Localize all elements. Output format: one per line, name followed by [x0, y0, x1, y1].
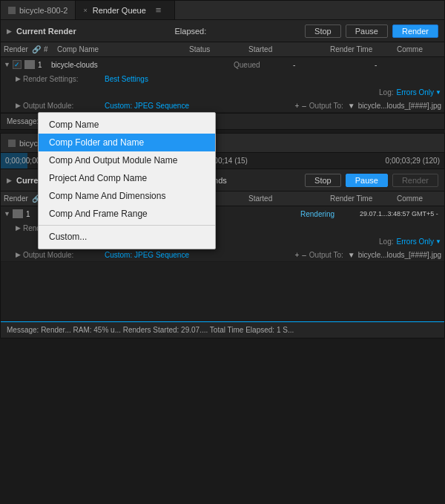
dropdown-item-compdimensions[interactable]: Comp Name And Dimensions — [39, 187, 215, 205]
current-render-label: Current Render — [16, 27, 76, 36]
output-to-value-2[interactable]: bicycle...louds_[####].jpg — [358, 251, 441, 259]
render-settings-label: Render Settings: — [23, 75, 105, 83]
queue-started-1: - — [293, 61, 375, 69]
dropdown-item-custom[interactable]: Custom... — [39, 228, 215, 246]
output-module-label-2: Output Module: — [23, 251, 105, 259]
checkbox-1[interactable]: ✓ — [13, 60, 22, 69]
pause-button-2[interactable]: Pause — [346, 174, 388, 187]
queue-main-row-1: ▼ ✓ 1 bicycle-clouds Queued - - — [1, 57, 444, 72]
queue-num-1: 1 — [38, 61, 51, 69]
empty-area-2 — [1, 262, 444, 321]
render-settings-triangle[interactable]: ▶ — [16, 75, 21, 82]
column-headers-1: Render 🔗 # Comp Name Status Started Rend… — [1, 42, 444, 57]
output-minus: – — [302, 102, 306, 110]
dropdown-item-projectcomp[interactable]: Project And Comp Name — [39, 169, 215, 187]
col-render-header: Render — [4, 45, 32, 53]
col-clip-header: 🔗 — [32, 45, 44, 53]
stop-button-2[interactable]: Stop — [305, 174, 341, 187]
queue-item-1: ▼ ✓ 1 bicycle-clouds Queued - - ▶ Render… — [1, 57, 444, 113]
col-started-header: Started — [248, 45, 330, 53]
comp-name-dropdown: Comp Name Comp Folder and Name Comp And … — [38, 112, 216, 249]
render-button-2[interactable]: Render — [392, 174, 438, 187]
log-value[interactable]: Errors Only — [397, 88, 435, 96]
dropdown-item-compfolder[interactable]: Comp Folder and Name — [39, 134, 215, 151]
dropdown-item-compframe[interactable]: Comp And Frame Range — [39, 205, 215, 223]
progress-time-right: 0;00;03;29 (120) — [386, 157, 440, 165]
bicycle-tab-icon — [8, 7, 16, 14]
log-label-2: Log: — [379, 238, 393, 246]
panel-1: bicycle-800-2 × Render Queue ≡ ▶ Current… — [0, 0, 445, 130]
current-render-triangle-2: ▶ — [7, 177, 12, 184]
output-module-value-2[interactable]: Custom: JPEG Sequence — [105, 251, 189, 259]
queue-compname-1: bicycle-clouds — [51, 61, 234, 69]
col-render-header-2: Render — [4, 194, 32, 203]
tab-bicycle-label: bicycle-800-2 — [19, 6, 67, 15]
output-to-label: Output To: — [309, 102, 343, 110]
output-plus: + — [294, 102, 299, 110]
output-module-row-1: ▶ Output Module: Custom: JPEG Sequence +… — [1, 99, 444, 112]
dropdown-separator — [39, 225, 215, 226]
message-label: Message: — [7, 117, 39, 125]
queue-expand-icon-2[interactable]: ▼ — [4, 210, 10, 217]
tab-renderqueue-1[interactable]: × Render Queue ≡ — [76, 1, 175, 19]
stop-button[interactable]: Stop — [305, 24, 341, 38]
col-comment-header: Comme — [397, 45, 441, 53]
output-to-triangle: ▼ — [348, 102, 355, 110]
render-button[interactable]: Render — [392, 24, 438, 38]
col-compname-header: Comp Name — [57, 45, 189, 53]
tab-menu-icon[interactable]: ≡ — [150, 4, 168, 16]
queue-comp-icon-2 — [13, 209, 23, 218]
message-bar-2: Message: Render... RAM: 45% u... Renders… — [1, 321, 444, 338]
output-to-triangle-2: ▼ — [348, 251, 355, 259]
output-minus-2: – — [302, 251, 306, 259]
current-render-triangle: ▶ — [7, 27, 12, 35]
log-dropdown-arrow-2[interactable]: ▼ — [435, 238, 441, 245]
output-plus-2: + — [294, 251, 299, 259]
toolbar-1: ▶ Current Render Elapsed: Stop Pause Ren… — [1, 20, 444, 42]
log-dropdown-arrow[interactable]: ▼ — [435, 89, 441, 96]
output-module-value[interactable]: Custom: JPEG Sequence — [105, 102, 189, 110]
col-comment-header-2: Comme — [397, 194, 441, 203]
dropdown-item-compoutput[interactable]: Comp And Output Module Name — [39, 151, 215, 169]
render-settings-triangle-2[interactable]: ▶ — [16, 224, 21, 232]
pause-button[interactable]: Pause — [346, 24, 388, 38]
log-value-2[interactable]: Errors Only — [397, 238, 435, 246]
output-to-label-2: Output To: — [309, 251, 343, 259]
bicycle-tab-icon-2 — [8, 140, 16, 147]
col-status-header: Status — [189, 45, 248, 53]
render-settings-row-1: ▶ Render Settings: Best Settings — [1, 72, 444, 85]
tab-close-icon[interactable]: × — [83, 7, 87, 14]
output-module-label: Output Module: — [23, 102, 105, 110]
output-module-triangle[interactable]: ▶ — [16, 102, 21, 109]
queue-status-1: Queued — [234, 61, 293, 69]
queue-comp-icon — [24, 60, 35, 69]
queue-started-2: 29.07.1...3:48:57 GMT+5 - — [360, 210, 441, 217]
message-bar-text-2: Message: Render... RAM: 45% u... Renders… — [7, 326, 294, 334]
col-started-header-2: Started — [248, 194, 330, 203]
render-settings-value[interactable]: Best Settings — [105, 75, 148, 83]
log-label: Log: — [379, 88, 393, 96]
tab-bicycle-1[interactable]: bicycle-800-2 — [1, 1, 76, 19]
dropdown-item-compname[interactable]: Comp Name — [39, 116, 215, 134]
output-to-value[interactable]: bicycle...louds_[####].jpg — [358, 102, 441, 110]
queue-check-1[interactable]: ✓ — [13, 60, 24, 69]
tab-renderqueue-label: Render Queue — [93, 6, 146, 15]
col-num-header: # — [44, 45, 57, 53]
queue-expand-icon[interactable]: ▼ — [4, 61, 10, 68]
col-rendertime-header: Render Time — [330, 45, 397, 53]
output-module-row-2: ▶ Output Module: Custom: JPEG Sequence +… — [1, 248, 444, 261]
log-row-1: Log: Errors Only ▼ — [1, 85, 444, 99]
queue-rendertime-1: - — [375, 61, 441, 69]
col-rendertime-header-2: Render Time — [330, 194, 397, 203]
queue-status-2: Rendering — [300, 210, 360, 218]
elapsed-label: Elapsed: — [174, 27, 206, 36]
tab-bar-1: bicycle-800-2 × Render Queue ≡ — [1, 1, 444, 20]
output-module-triangle-2[interactable]: ▶ — [16, 251, 21, 258]
